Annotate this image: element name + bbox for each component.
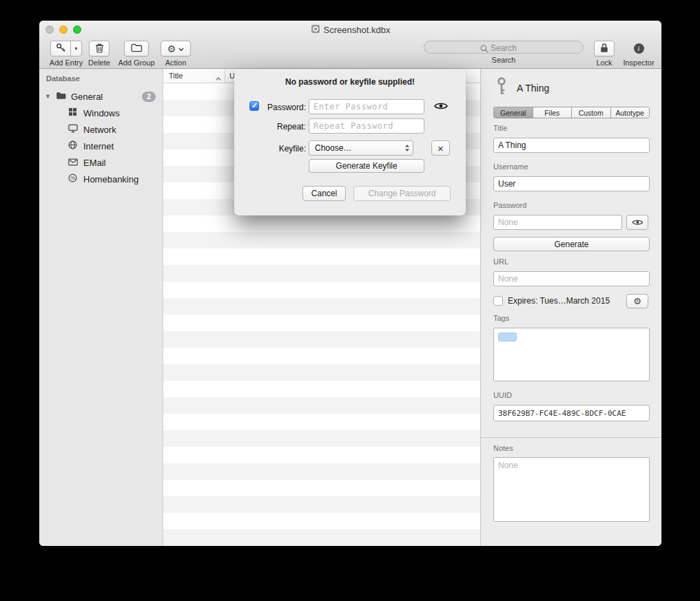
sidebar-item-email[interactable]: EMail: [39, 154, 163, 171]
sidebar-item-windows[interactable]: Windows: [39, 105, 163, 121]
gear-icon: ⚙: [167, 44, 176, 54]
titlebar[interactable]: Screenshot.kdbx: [39, 21, 661, 39]
username-input[interactable]: [493, 176, 650, 191]
lock-icon: [600, 43, 608, 55]
password-field-label: Password: [493, 201, 526, 209]
notes-placeholder: None: [498, 461, 518, 470]
group-label: EMail: [83, 158, 106, 168]
tab-custom[interactable]: Custom: [572, 107, 611, 118]
sort-ascending-icon: [216, 74, 221, 82]
delete-toolbar-item: Delete: [85, 41, 114, 67]
inspector-label: Inspector: [623, 59, 654, 67]
divider: [481, 437, 661, 438]
envelope-icon: [68, 158, 78, 168]
key-icon: [495, 77, 508, 98]
inspector-tabs: General Files Custom Autotype: [493, 107, 650, 118]
svg-text:%: %: [70, 175, 75, 181]
keyfile-label: Keyfile:: [255, 144, 306, 154]
sidebar-item-network[interactable]: Network: [39, 121, 163, 138]
title-field-label: Title: [493, 124, 507, 132]
group-label: Windows: [83, 108, 120, 118]
cancel-button[interactable]: Cancel: [302, 186, 346, 201]
delete-label: Delete: [88, 59, 110, 67]
change-password-button: Change Password: [353, 186, 451, 201]
notes-textarea[interactable]: None: [493, 457, 650, 522]
uuid-input[interactable]: [493, 405, 650, 421]
sidebar-header: Database: [46, 74, 80, 83]
folder-icon: [131, 43, 143, 54]
action-label: Action: [165, 59, 187, 67]
tab-general[interactable]: General: [494, 107, 533, 118]
inspector-toolbar-item: i Inspector: [619, 41, 658, 67]
entry-title: A Thing: [517, 83, 549, 94]
expires-options-button[interactable]: ⚙: [626, 294, 648, 308]
password-input[interactable]: [493, 215, 622, 230]
group-tree: ▼ General 2 Windows: [39, 88, 163, 187]
sidebar-item-general[interactable]: ▼ General 2: [39, 88, 163, 105]
dialog-message: No password or keyfile supplied!: [234, 77, 466, 87]
key-icon: [56, 43, 66, 55]
lock-button[interactable]: [594, 41, 615, 56]
tags-field-label: Tags: [493, 314, 509, 322]
trash-icon: [95, 43, 104, 55]
add-entry-button[interactable]: [50, 41, 71, 56]
disclosure-triangle-icon[interactable]: ▼: [45, 93, 51, 100]
close-x-icon: ×: [438, 143, 444, 154]
url-field-label: URL: [493, 257, 508, 266]
group-label: Homebanking: [83, 174, 138, 184]
add-entry-dropdown-button[interactable]: ▾: [70, 41, 82, 56]
expires-checkbox[interactable]: [493, 296, 503, 306]
generate-keyfile-button[interactable]: Generate Keyfile: [309, 159, 424, 173]
window-header: Screenshot.kdbx ▾ Add: [39, 21, 661, 69]
password-label: Password:: [255, 103, 306, 112]
add-group-toolbar-item: Add Group: [115, 41, 158, 67]
info-icon: i: [634, 43, 644, 54]
tab-files[interactable]: Files: [533, 107, 573, 118]
action-toolbar-item: ⚙ Action: [159, 41, 192, 67]
gear-icon: ⚙: [633, 297, 641, 306]
expires-label: Expires: Tues…March 2015: [508, 296, 610, 306]
url-input[interactable]: [493, 271, 650, 286]
change-password-dialog: No password or keyfile supplied! Passwor…: [234, 69, 466, 215]
clear-keyfile-button[interactable]: ×: [431, 140, 450, 156]
notes-field-label: Notes: [493, 444, 513, 452]
username-field-label: Username: [493, 162, 528, 171]
column-header-title[interactable]: Title: [163, 69, 225, 83]
window-title: Screenshot.kdbx: [324, 25, 391, 35]
column-title-label: Title: [169, 72, 183, 80]
add-group-button[interactable]: [124, 41, 149, 56]
reveal-password-button[interactable]: [626, 215, 648, 230]
keyfile-popup[interactable]: Choose…: [309, 140, 413, 156]
repeat-password-input[interactable]: [309, 118, 424, 134]
show-password-button[interactable]: [431, 101, 450, 113]
document-icon: [311, 24, 320, 36]
action-button[interactable]: ⚙: [161, 41, 191, 56]
eye-icon: [632, 218, 644, 228]
group-label: Network: [83, 125, 116, 135]
title-input[interactable]: [493, 138, 650, 153]
enter-password-input[interactable]: [309, 99, 424, 114]
delete-button[interactable]: [89, 41, 110, 56]
inspector-button[interactable]: i: [634, 41, 644, 56]
inspector-header: A Thing: [495, 77, 549, 98]
tag-token[interactable]: [498, 333, 517, 341]
add-entry-label: Add Entry: [50, 59, 83, 67]
sidebar-item-homebanking[interactable]: % Homebanking: [39, 171, 163, 187]
search-input[interactable]: [424, 43, 583, 54]
repeat-label: Repeat:: [255, 122, 306, 131]
keyfile-popup-value: Choose…: [309, 143, 402, 153]
add-group-label: Add Group: [118, 59, 154, 67]
monitor-icon: [68, 124, 78, 135]
desktop-background: Screenshot.kdbx ▾ Add: [0, 0, 700, 601]
tab-autotype[interactable]: Autotype: [611, 107, 650, 118]
sidebar-item-internet[interactable]: Internet: [39, 138, 163, 154]
group-label: General: [71, 92, 103, 102]
generate-password-button[interactable]: Generate: [493, 237, 650, 251]
folder-icon: [56, 92, 67, 102]
entry-count-badge: 2: [142, 92, 156, 102]
tags-box[interactable]: [493, 328, 650, 381]
lock-toolbar-item: Lock: [592, 41, 617, 67]
chevron-down-icon: [178, 43, 184, 54]
uuid-field-label: UUID: [493, 391, 512, 399]
chevron-down-icon: ▾: [74, 45, 77, 52]
